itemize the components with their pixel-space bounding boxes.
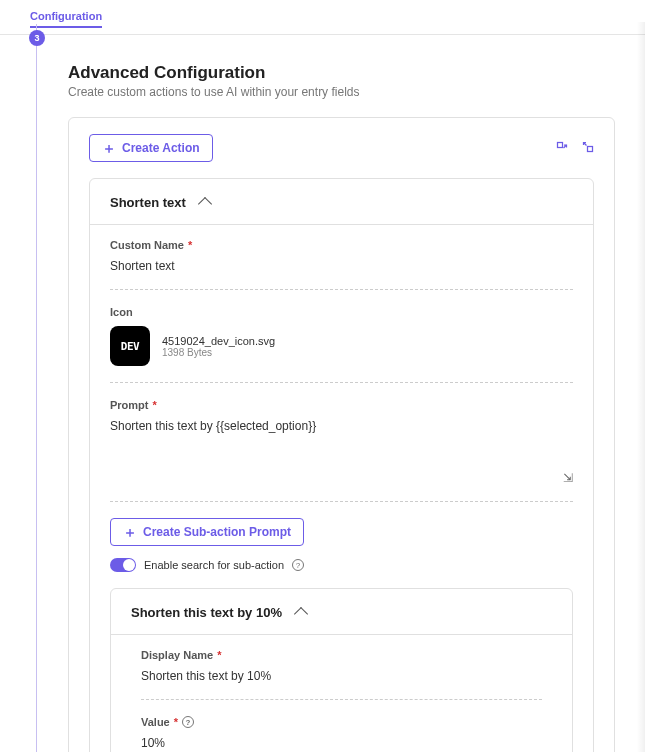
collapse-all-icon[interactable] [582,141,594,156]
dashed-divider [110,289,573,290]
display-name-value[interactable]: Shorten this text by 10% [141,669,542,683]
create-action-label: Create Action [122,141,200,155]
value-label: Value* ? [141,716,542,728]
create-action-button[interactable]: ＋ Create Action [89,134,213,162]
enable-search-label: Enable search for sub-action [144,559,284,571]
prompt-value: Shorten this text by {{selected_option}} [110,419,573,433]
section-title: Advanced Configuration [68,63,615,83]
help-icon[interactable]: ? [182,716,194,728]
section-description: Create custom actions to use AI within y… [68,85,615,99]
dashed-divider [141,699,542,700]
prompt-textarea[interactable]: Shorten this text by {{selected_option}}… [110,419,573,485]
prompt-label: Prompt* [110,399,573,411]
resize-handle-icon[interactable]: ⇲ [563,471,573,485]
custom-name-label: Custom Name* [110,239,573,251]
config-card: ＋ Create Action Shorten text Custom Name… [68,117,615,752]
plus-icon: ＋ [123,525,137,539]
plus-icon: ＋ [102,141,116,155]
sub-action-title: Shorten this text by 10% [131,605,282,620]
help-icon[interactable]: ? [292,559,304,571]
icon-label: Icon [110,306,573,318]
create-sub-action-label: Create Sub-action Prompt [143,525,291,539]
step-connector-line [36,24,37,752]
svg-rect-0 [558,142,563,147]
chevron-up-icon [294,607,308,621]
tab-configuration[interactable]: Configuration [30,10,102,28]
svg-rect-1 [588,146,593,151]
right-edge-shadow [637,22,645,752]
value-value[interactable]: 10% [141,736,542,750]
sub-action-header[interactable]: Shorten this text by 10% [131,605,552,620]
dashed-divider [110,501,573,502]
create-sub-action-button[interactable]: ＋ Create Sub-action Prompt [110,518,304,546]
dev-icon[interactable]: DEV [110,326,150,366]
icon-filename: 4519024_dev_icon.svg [162,335,275,347]
divider [111,634,572,635]
icon-filesize: 1398 Bytes [162,347,275,358]
dashed-divider [110,382,573,383]
action-header[interactable]: Shorten text [110,195,573,210]
custom-name-value[interactable]: Shorten text [110,259,573,273]
display-name-label: Display Name* [141,649,542,661]
sub-action-card: Shorten this text by 10% Display Name* S… [110,588,573,752]
chevron-up-icon [198,197,212,211]
enable-search-toggle[interactable] [110,558,136,572]
action-card: Shorten text Custom Name* Shorten text I… [89,178,594,752]
toggle-knob [123,559,135,571]
step-badge: 3 [29,30,45,46]
divider [90,224,593,225]
action-title: Shorten text [110,195,186,210]
expand-all-icon[interactable] [556,141,568,156]
